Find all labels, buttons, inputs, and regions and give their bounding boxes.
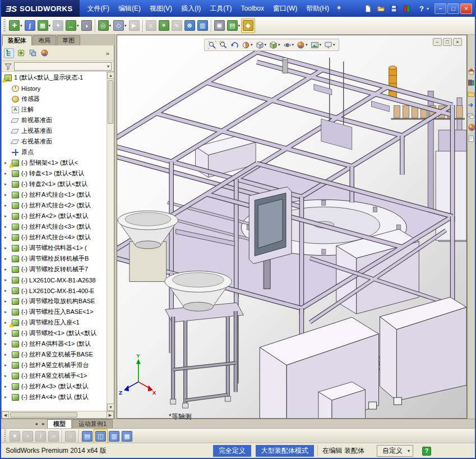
scroll-right-button[interactable]: ▶ <box>107 411 114 419</box>
graphics-area[interactable]: Y X Z ▾▾▾▾▾▾▾ −□× *等轴测 <box>117 35 467 419</box>
tree-item[interactable]: 前视基准面 <box>2 115 107 126</box>
status-custom-dropdown[interactable]: 自定义 ▾ <box>377 445 413 457</box>
menu-item[interactable]: Toolbox <box>237 2 269 15</box>
tree-item[interactable]: ▸(-) 调节螺栓<1> (默认<默认 <box>2 328 107 339</box>
menu-item[interactable]: 插入(I) <box>177 2 205 15</box>
view-orientation-icon[interactable]: ▾ <box>255 41 268 49</box>
previous-view-icon[interactable] <box>229 41 240 49</box>
tree-item[interactable]: ▸(-) 调节螺栓反转机械手7 <box>2 264 107 275</box>
panel-overflow-button[interactable]: » <box>104 50 112 57</box>
tree-item[interactable]: ▸(-) 调节螺栓取放机构BASE <box>2 296 107 307</box>
tree-item[interactable]: ▸(-) 丝杆A式挂台<1> (默认 <box>2 189 107 200</box>
insert-components-button[interactable]: ✚▾ <box>8 18 24 33</box>
tree-item[interactable]: 1 (默认<默认_显示状态-1 <box>2 72 107 83</box>
tab-scroll-left-button[interactable]: ◂ <box>33 419 40 428</box>
filter-vertices-button[interactable]: • <box>21 429 34 443</box>
menu-item[interactable]: 文件(F) <box>83 2 114 15</box>
scrollbar-thumb[interactable] <box>10 412 77 418</box>
expand-arrow-icon[interactable]: ▸ <box>4 277 12 282</box>
apply-scene-icon[interactable]: ▾ <box>309 41 323 49</box>
featuremanager-tab-icon[interactable] <box>4 48 14 58</box>
tree-item[interactable]: History <box>2 83 107 94</box>
scrollbar-track[interactable] <box>107 79 114 404</box>
filter-edges-button[interactable]: / <box>34 429 47 443</box>
chevron-down-icon[interactable]: ▾ <box>278 43 280 47</box>
expand-arrow-icon[interactable]: ▸ <box>4 341 12 346</box>
show-hidden-components-button[interactable]: ◑ <box>80 18 93 33</box>
expand-arrow-icon[interactable]: ▸ <box>4 203 12 208</box>
open-document-icon[interactable] <box>375 3 386 14</box>
chevron-down-icon[interactable]: ▾ <box>49 24 51 28</box>
scrollbar-thumb[interactable] <box>108 80 113 124</box>
linear-component-pattern-button[interactable]: ▦▾ <box>36 18 52 33</box>
tree-item[interactable]: ▸(-) LX2610C-MX-B1-A2638 <box>2 275 107 285</box>
tree-vertical-scrollbar[interactable]: ▲ ▼ <box>107 72 114 411</box>
tree-item[interactable]: 原点 <box>2 147 107 157</box>
assembly-features-button[interactable]: ◎▾ <box>97 18 113 33</box>
chevron-down-icon[interactable]: ▾ <box>265 43 267 47</box>
maximize-button[interactable]: □ <box>447 3 459 14</box>
tree-item[interactable]: ▸(-) 丝杆A竖立机械手<1> <box>2 370 107 381</box>
menu-item[interactable]: 窗口(W) <box>269 2 302 15</box>
expand-arrow-icon[interactable]: ▸ <box>4 299 12 304</box>
toggle-selection-filters-button[interactable]: ▼ <box>8 429 21 443</box>
lightweight-toggle-button[interactable]: ◫ <box>94 429 108 443</box>
custom-properties-icon[interactable] <box>468 135 475 142</box>
edit-appearance-icon[interactable]: ▾ <box>295 41 309 49</box>
magnified-selection-button[interactable]: ○ <box>64 429 77 443</box>
status-help-button[interactable]: ? <box>422 447 431 456</box>
options-icon[interactable] <box>401 3 412 14</box>
chevron-down-icon[interactable]: ▾ <box>292 43 294 47</box>
section-view-icon[interactable]: ▾ <box>241 41 254 49</box>
tree-item[interactable]: 右视基准面 <box>2 136 107 147</box>
new-motion-study-button[interactable]: ▶ <box>128 18 141 33</box>
chevron-down-icon[interactable]: ▾ <box>427 6 429 11</box>
solidworks-resources-icon[interactable] <box>468 67 475 75</box>
menu-pin-icon[interactable] <box>335 4 344 13</box>
chevron-down-icon[interactable]: ▾ <box>238 24 241 28</box>
interference-detection-button[interactable]: ⊗ <box>183 18 196 33</box>
expand-arrow-icon[interactable]: ▸ <box>4 384 12 389</box>
scroll-up-button[interactable]: ▲ <box>107 72 114 79</box>
design-library-icon[interactable] <box>468 78 475 86</box>
tree-item[interactable]: ▸(-) 丝杆A<4> (默认 (默认 <box>2 392 107 402</box>
toolbar-grip-handle[interactable] <box>4 429 6 443</box>
expand-arrow-icon[interactable]: ▸ <box>4 235 12 240</box>
tree-item[interactable]: ▸(-) 转盘<1> (默认<默认 <box>2 168 107 179</box>
panel-tab-1[interactable]: 装配体 <box>2 35 32 45</box>
chevron-down-icon[interactable]: ▾ <box>320 43 322 47</box>
scroll-down-button[interactable]: ▼ <box>107 404 114 411</box>
exploded-view-button[interactable]: ✶ <box>158 18 170 33</box>
chevron-down-icon[interactable]: ▾ <box>333 43 335 47</box>
assembly-visualization-button[interactable]: ▥ <box>196 18 209 33</box>
expand-arrow-icon[interactable]: ▸ <box>4 256 12 261</box>
chevron-down-icon[interactable]: ▾ <box>124 24 127 28</box>
chevron-down-icon[interactable]: ▾ <box>20 24 22 28</box>
isolate-button[interactable]: ▣ <box>213 18 226 33</box>
chevron-down-icon[interactable]: ▾ <box>105 64 111 69</box>
mate-button[interactable]: ʃ <box>24 18 36 33</box>
tree-item[interactable]: ▸(-) 丝杆A式挂台<4> (默认 <box>2 232 107 243</box>
tree-item[interactable]: ▸(-) 调节螺栓供料器<1> ( <box>2 243 107 253</box>
tree-item[interactable]: 上视基准面 <box>2 126 107 136</box>
chevron-down-icon[interactable]: ▾ <box>251 43 253 47</box>
tree-horizontal-scrollbar[interactable]: ◀ ▶ <box>2 411 114 418</box>
tree-item[interactable]: ▸(-) 型钢架<1> (默认< <box>2 157 107 168</box>
new-document-icon[interactable] <box>362 3 373 14</box>
appearances-scenes-icon[interactable] <box>468 123 475 131</box>
tree-item[interactable]: ▸(-) 转盘2<1> (默认<默认 <box>2 179 107 189</box>
expand-arrow-icon[interactable]: ▸ <box>4 224 12 229</box>
expand-arrow-icon[interactable]: ▸ <box>4 309 12 314</box>
expand-arrow-icon[interactable]: ▸ <box>4 192 12 197</box>
panel-tab-2[interactable]: 布局 <box>33 35 56 45</box>
reference-geometry-button[interactable]: ◇▾ <box>112 18 128 33</box>
filter-faces-button[interactable]: ▱ <box>47 429 60 443</box>
zoom-to-area-icon[interactable] <box>218 41 229 49</box>
document-tab-2[interactable]: 运动算例1 <box>72 419 113 428</box>
tree-item[interactable]: ▸(-) 丝杆A<3> (默认<默认 <box>2 381 107 392</box>
filter-input[interactable]: ▾ <box>14 62 112 71</box>
move-component-button[interactable]: ↔▾ <box>64 18 80 33</box>
large-assembly-mode-button[interactable]: ▤▾ <box>226 18 242 33</box>
document-minimize-button[interactable]: − <box>433 38 442 46</box>
expand-arrow-icon[interactable]: ▸ <box>4 267 12 272</box>
